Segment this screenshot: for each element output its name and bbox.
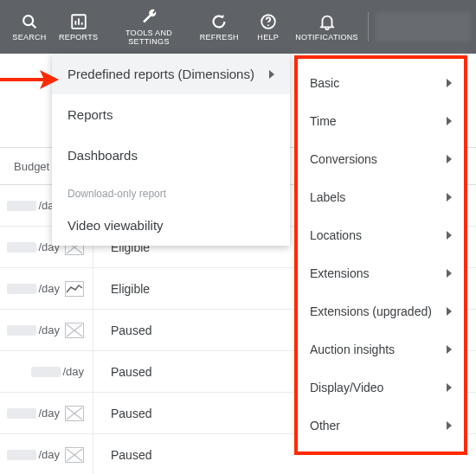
cell-status: Eligible <box>93 282 150 296</box>
toolbar-tools[interactable]: TOOLS AND SETTINGS <box>103 4 194 50</box>
toolbar-separator <box>368 12 369 42</box>
svg-point-7 <box>267 24 269 26</box>
chevron-right-icon <box>447 307 452 316</box>
toolbar-notifications[interactable]: NOTIFICATIONS <box>293 9 362 46</box>
chevron-right-icon <box>447 193 452 202</box>
submenu-item-extensions[interactable]: Extensions <box>298 254 464 292</box>
sparkline-icon[interactable] <box>65 281 84 297</box>
menu-predefined-reports-label: Predefined reports (Dimensions) <box>68 67 254 81</box>
redacted-value <box>7 242 36 253</box>
cell-status: Paused <box>93 323 151 337</box>
cell-status: Paused <box>93 407 151 420</box>
chevron-right-icon <box>447 421 452 430</box>
toolbar-notifications-label: NOTIFICATIONS <box>295 34 358 42</box>
bell-icon <box>318 12 337 31</box>
redacted-value <box>7 201 36 211</box>
submenu-item-label: Other <box>310 419 340 432</box>
help-icon <box>259 12 278 31</box>
submenu-item-label: Basic <box>310 76 339 90</box>
submenu-item-auction[interactable]: Auction insights <box>298 330 464 368</box>
submenu-item-label: Display/Video <box>310 381 383 394</box>
submenu-item-label: Time <box>310 114 337 128</box>
submenu-item-other[interactable]: Other <box>298 407 464 445</box>
menu-reports-label: Reports <box>68 107 113 122</box>
submenu-item-display-video[interactable]: Display/Video <box>298 368 464 407</box>
cell-status: Paused <box>93 448 151 462</box>
svg-marker-18 <box>0 70 59 89</box>
budget-suffix: /day <box>38 323 60 336</box>
menu-reports[interactable]: Reports <box>52 94 290 135</box>
toolbar-reports[interactable]: REPORTS <box>54 9 103 46</box>
toolbar-refresh[interactable]: REFRESH <box>195 9 244 46</box>
redacted-value <box>7 284 36 294</box>
redacted-value <box>7 325 36 336</box>
submenu-item-locations[interactable]: Locations <box>298 216 464 254</box>
menu-section-download-only: Download-only report <box>52 176 290 205</box>
toolbar-help[interactable]: HELP <box>244 9 293 46</box>
wrench-icon <box>139 8 158 27</box>
submenu-item-basic[interactable]: Basic <box>298 64 464 102</box>
top-toolbar: SEARCH REPORTS TOOLS AND SETTINGS REFRES… <box>0 0 476 54</box>
chevron-right-icon <box>447 345 452 354</box>
cell-budget: /day <box>0 351 93 392</box>
submenu-item-conversions[interactable]: Conversions <box>298 140 464 178</box>
chevron-right-icon <box>447 269 452 278</box>
redacted-value <box>7 408 36 419</box>
annotation-arrow <box>0 62 68 97</box>
chevron-right-icon <box>447 383 452 392</box>
cell-budget: /day <box>0 393 93 433</box>
refresh-icon <box>209 12 228 31</box>
submenu-item-label: Labels <box>310 190 345 204</box>
submenu-item-label: Extensions (upgraded) <box>310 304 432 318</box>
svg-line-1 <box>32 23 36 28</box>
budget-suffix: /day <box>38 407 60 420</box>
budget-suffix: /day <box>38 448 60 461</box>
chevron-right-icon <box>447 231 452 240</box>
submenu-item-label: Conversions <box>310 152 377 166</box>
menu-dashboards-label: Dashboards <box>68 148 138 163</box>
sparkline-icon[interactable] <box>65 447 84 463</box>
sparkline-icon[interactable] <box>65 323 84 338</box>
toolbar-help-label: HELP <box>257 34 279 42</box>
cell-budget: /day <box>0 268 93 309</box>
cell-budget: /day <box>0 310 93 350</box>
menu-dashboards[interactable]: Dashboards <box>52 135 290 176</box>
toolbar-account-area[interactable] <box>376 12 471 42</box>
chevron-right-icon <box>269 70 274 79</box>
sparkline-icon[interactable] <box>65 406 84 421</box>
toolbar-tools-label: TOOLS AND SETTINGS <box>112 29 185 47</box>
budget-suffix: /day <box>38 282 60 295</box>
submenu-item-labels[interactable]: Labels <box>298 178 464 216</box>
toolbar-reports-label: REPORTS <box>59 34 98 42</box>
reports-dropdown: Predefined reports (Dimensions) Reports … <box>52 54 290 246</box>
reports-icon <box>69 12 88 31</box>
search-icon <box>20 12 39 31</box>
toolbar-refresh-label: REFRESH <box>200 34 239 42</box>
menu-video-viewability[interactable]: Video viewability <box>52 205 290 246</box>
budget-suffix: /day <box>62 365 84 378</box>
submenu-item-extensions-upgraded[interactable]: Extensions (upgraded) <box>298 292 464 330</box>
toolbar-search[interactable]: SEARCH <box>5 9 54 46</box>
cell-status: Paused <box>93 365 151 379</box>
redacted-value <box>31 367 61 377</box>
predefined-submenu: BasicTimeConversionsLabelsLocationsExten… <box>294 55 467 455</box>
chevron-right-icon <box>447 79 452 87</box>
chevron-right-icon <box>447 155 452 163</box>
submenu-item-label: Auction insights <box>310 343 395 356</box>
redacted-value <box>7 450 36 460</box>
submenu-item-time[interactable]: Time <box>298 102 464 140</box>
submenu-item-label: Extensions <box>310 266 369 280</box>
chevron-right-icon <box>447 117 452 125</box>
menu-predefined-reports[interactable]: Predefined reports (Dimensions) <box>52 54 290 94</box>
toolbar-search-label: SEARCH <box>12 34 46 42</box>
submenu-item-label: Locations <box>310 228 362 242</box>
menu-video-viewability-label: Video viewability <box>68 218 164 233</box>
cell-budget: /day <box>0 434 93 474</box>
svg-point-0 <box>23 16 33 25</box>
